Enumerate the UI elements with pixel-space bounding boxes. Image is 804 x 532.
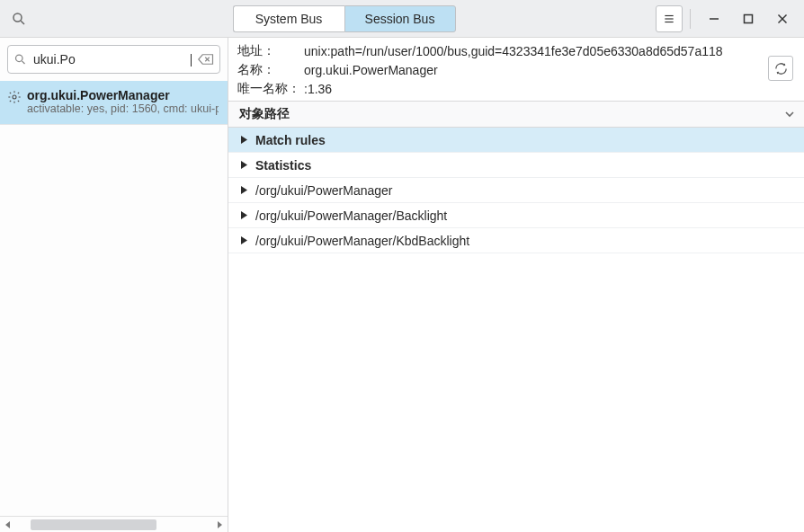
maximize-icon (743, 13, 754, 24)
svg-point-0 (13, 13, 22, 22)
separator (690, 9, 691, 29)
chevron-down-icon (784, 109, 795, 120)
triangle-right-icon (237, 161, 250, 169)
svg-point-9 (16, 55, 23, 62)
minimize-icon (709, 13, 719, 24)
triangle-right-icon (237, 136, 250, 144)
tree-row-object-path[interactable]: /org/ukui/PowerManager/Backlight (228, 203, 804, 228)
unique-name-label: 唯一名称： (237, 81, 304, 97)
object-path-tree: Match rules Statistics /org/ukui/PowerMa… (228, 128, 804, 532)
address-value: unix:path=/run/user/1000/bus,guid=432334… (304, 44, 768, 58)
object-path-header-label: 对象路径 (239, 106, 290, 122)
tree-row-match-rules[interactable]: Match rules (228, 128, 804, 153)
object-path-header[interactable]: 对象路径 (228, 101, 804, 128)
connection-info: 地址： unix:path=/run/user/1000/bus,guid=43… (228, 38, 804, 101)
sidebar-horizontal-scrollbar[interactable] (0, 516, 228, 532)
name-value: org.ukui.PowerManager (304, 63, 768, 77)
unique-name-value: :1.36 (304, 82, 768, 96)
bus-name-subtitle: activatable: yes, pid: 1560, cmd: ukui-p… (27, 102, 219, 115)
address-label: 地址： (237, 43, 304, 59)
bus-name-item[interactable]: org.ukui.PowerManager activatable: yes, … (0, 81, 228, 125)
app-magnifier-icon (5, 5, 32, 32)
window-maximize-button[interactable] (732, 5, 764, 32)
svg-marker-20 (241, 236, 247, 244)
svg-marker-19 (241, 211, 247, 219)
scroll-right-icon (213, 521, 226, 528)
svg-line-10 (22, 61, 24, 64)
svg-marker-16 (241, 136, 247, 144)
tab-session-bus[interactable]: Session Bus (344, 5, 456, 32)
titlebar: System Bus Session Bus (0, 0, 804, 38)
clear-search-button[interactable] (198, 53, 214, 66)
svg-line-1 (21, 21, 24, 24)
svg-marker-17 (241, 161, 247, 169)
bus-name-title: org.ukui.PowerManager (27, 88, 219, 102)
close-icon (777, 13, 788, 24)
svg-marker-18 (241, 186, 247, 194)
svg-rect-6 (745, 14, 753, 22)
svg-marker-15 (218, 521, 222, 528)
backspace-icon (198, 53, 214, 66)
svg-point-13 (13, 95, 16, 99)
tab-system-bus[interactable]: System Bus (233, 5, 344, 32)
triangle-right-icon (237, 236, 250, 244)
search-input-wrap (7, 45, 220, 74)
search-icon (13, 53, 27, 66)
search-input[interactable] (33, 52, 191, 66)
triangle-right-icon (237, 211, 250, 219)
hamburger-icon (663, 13, 675, 25)
refresh-icon (774, 62, 788, 75)
scrollbar-thumb[interactable] (31, 519, 156, 530)
tree-row-object-path[interactable]: /org/ukui/PowerManager/KbdBacklight (228, 228, 804, 253)
sidebar: org.ukui.PowerManager activatable: yes, … (0, 38, 228, 532)
name-label: 名称： (237, 62, 304, 78)
triangle-right-icon (237, 186, 250, 194)
refresh-button[interactable] (768, 56, 793, 81)
gear-icon (7, 90, 22, 104)
scroll-left-icon (2, 521, 14, 528)
svg-marker-14 (5, 521, 10, 528)
window-minimize-button[interactable] (698, 5, 730, 32)
tree-row-object-path[interactable]: /org/ukui/PowerManager (228, 178, 804, 203)
hamburger-menu-button[interactable] (656, 5, 683, 32)
bus-tabs: System Bus Session Bus (233, 5, 456, 32)
main-panel: 地址： unix:path=/run/user/1000/bus,guid=43… (228, 38, 804, 532)
window-close-button[interactable] (766, 5, 799, 32)
tree-row-statistics[interactable]: Statistics (228, 153, 804, 178)
